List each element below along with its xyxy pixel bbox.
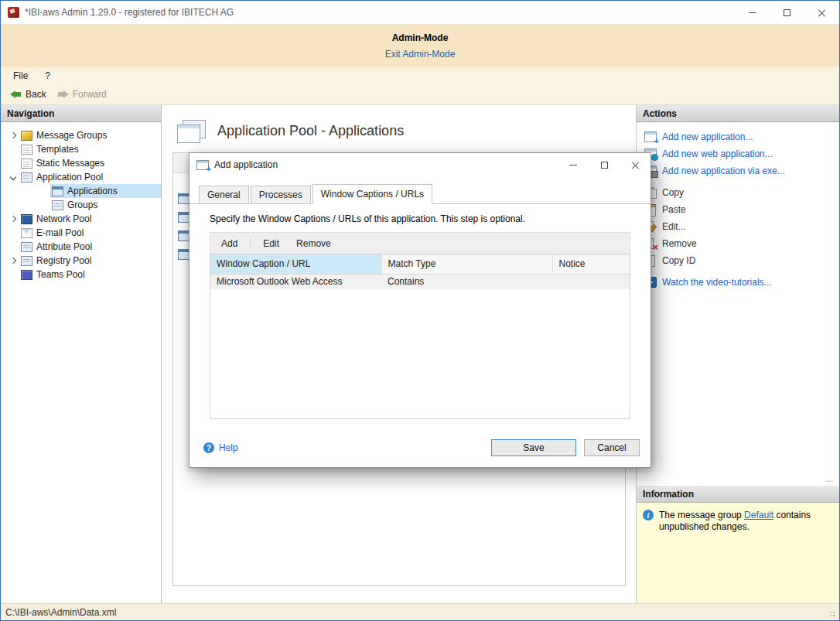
- table-row[interactable]: Microsoft Outlook Web Access Contains: [210, 274, 630, 289]
- tab-general[interactable]: General: [199, 186, 249, 203]
- close-button[interactable]: [804, 1, 839, 24]
- page-title: Application Pool - Applications: [217, 123, 404, 139]
- captions-edit-button[interactable]: Edit: [258, 237, 284, 251]
- nav-toolbar: Back Forward: [1, 84, 839, 105]
- information-panel: Information The message group Default co…: [637, 486, 839, 603]
- actions-list: Add new application... Add new web appli…: [637, 122, 839, 291]
- add-application-icon: [644, 131, 657, 142]
- nav-item-groups[interactable]: Groups: [1, 198, 161, 212]
- action-copy-id[interactable]: Copy ID: [637, 252, 839, 269]
- registry-pool-icon: [21, 256, 32, 266]
- maximize-button[interactable]: [770, 1, 804, 24]
- cell-window-caption: Microsoft Outlook Web Access: [210, 274, 381, 289]
- information-message: The message group Default contains unpub…: [659, 510, 833, 533]
- attribute-pool-icon: [21, 242, 32, 252]
- action-add-new-application-via-exe[interactable]: Add new application via exe...: [637, 162, 839, 179]
- nav-item-network-pool[interactable]: Network Pool: [1, 212, 161, 226]
- exit-admin-mode-link[interactable]: Exit Admin-Mode: [385, 49, 456, 60]
- default-group-link[interactable]: Default: [744, 510, 773, 520]
- nav-item-application-pool[interactable]: Application Pool: [1, 170, 161, 184]
- forward-button[interactable]: Forward: [57, 89, 107, 100]
- toolbar-separator: [250, 237, 251, 249]
- page-header: Application Pool - Applications: [162, 105, 636, 142]
- add-application-dialog-icon: [196, 160, 209, 170]
- add-application-dialog: Add application General Processes Window…: [189, 152, 651, 468]
- window-controls: [735, 1, 839, 24]
- static-messages-icon: [21, 159, 32, 169]
- column-header-notice[interactable]: Notice: [552, 254, 630, 274]
- captions-table: Window Caption / URL Match Type Notice M…: [210, 254, 630, 419]
- groups-icon: [52, 200, 63, 210]
- actions-panel: Actions Add new application... Add new w…: [637, 105, 839, 486]
- admin-mode-label: Admin-Mode: [1, 32, 839, 43]
- action-paste[interactable]: Paste: [637, 201, 839, 218]
- help-icon: [203, 442, 214, 453]
- actions-overflow: ...: [825, 473, 833, 484]
- dialog-minimize-button[interactable]: [558, 153, 589, 176]
- statusbar-path: C:\IBI-aws\Admin\Data.xml: [5, 607, 116, 618]
- window-title: *IBI-aws Admin 1.29.0 - registered for I…: [25, 7, 234, 18]
- save-button[interactable]: Save: [491, 439, 576, 456]
- captions-add-button[interactable]: Add: [217, 237, 242, 251]
- nav-item-registry-pool[interactable]: Registry Pool: [1, 254, 161, 268]
- maximize-icon: [784, 9, 790, 16]
- action-edit[interactable]: Edit...: [637, 218, 839, 235]
- chevron-right-icon[interactable]: [7, 133, 19, 138]
- captions-toolbar: Add Edit Remove: [210, 232, 630, 254]
- chevron-down-icon[interactable]: [7, 175, 19, 179]
- action-add-new-application[interactable]: Add new application...: [637, 128, 839, 145]
- nav-item-attribute-pool[interactable]: Attribute Pool: [1, 240, 161, 254]
- app-window: *IBI-aws Admin 1.29.0 - registered for I…: [0, 0, 840, 621]
- back-icon: [10, 90, 22, 99]
- action-add-new-web-application[interactable]: Add new web application...: [637, 145, 839, 162]
- email-pool-icon: [21, 228, 32, 238]
- chevron-right-icon[interactable]: [7, 217, 19, 221]
- minimize-button[interactable]: [735, 1, 770, 24]
- minimize-icon: [569, 165, 577, 165]
- dialog-title: Add application: [214, 159, 278, 170]
- resize-grip[interactable]: [825, 607, 836, 618]
- titlebar: *IBI-aws Admin 1.29.0 - registered for I…: [1, 1, 839, 24]
- app-icon: [8, 7, 19, 18]
- nav-item-teams-pool[interactable]: Teams Pool: [1, 268, 161, 281]
- nav-item-email-pool[interactable]: E-mail Pool: [1, 226, 161, 240]
- navigation-panel: Navigation Message Groups Templates Stat…: [1, 105, 162, 603]
- nav-item-message-groups[interactable]: Message Groups: [1, 128, 161, 142]
- dialog-maximize-button[interactable]: [589, 153, 620, 176]
- action-copy[interactable]: Copy: [637, 184, 839, 201]
- tab-processes[interactable]: Processes: [251, 186, 311, 203]
- menu-file[interactable]: File: [13, 70, 28, 81]
- nav-item-applications[interactable]: Applications: [1, 184, 161, 198]
- captions-remove-button[interactable]: Remove: [292, 237, 336, 251]
- tab-window-captions-urls[interactable]: Window Captions / URLs: [312, 184, 432, 204]
- nav-item-static-messages[interactable]: Static Messages: [1, 156, 161, 170]
- actions-panel-header: Actions: [637, 105, 839, 122]
- dialog-titlebar: Add application: [190, 153, 650, 176]
- chevron-right-icon[interactable]: [7, 258, 19, 263]
- statusbar: C:\IBI-aws\Admin\Data.xml: [1, 603, 839, 620]
- navigation-tree: Message Groups Templates Static Messages…: [1, 122, 161, 281]
- action-remove[interactable]: Remove: [637, 235, 839, 252]
- column-header-match-type[interactable]: Match Type: [381, 254, 552, 274]
- maximize-icon: [601, 162, 608, 169]
- back-button[interactable]: Back: [10, 89, 46, 100]
- dialog-tabs: General Processes Window Captions / URLs: [190, 184, 650, 204]
- cell-notice: [552, 274, 630, 289]
- menu-help[interactable]: ?: [45, 70, 50, 81]
- help-link[interactable]: Help: [203, 442, 238, 453]
- navigation-panel-header: Navigation: [1, 105, 161, 122]
- information-body: The message group Default contains unpub…: [637, 503, 839, 603]
- dialog-footer: Help Save Cancel: [190, 432, 650, 467]
- menubar: File ?: [1, 67, 839, 84]
- info-icon: [643, 510, 654, 520]
- applications-icon: [52, 186, 63, 196]
- information-panel-header: Information: [637, 486, 839, 503]
- dialog-close-button[interactable]: [620, 153, 650, 176]
- column-header-window-caption-url[interactable]: Window Caption / URL: [210, 254, 381, 274]
- dialog-body: Specify the Window Captions / URLs of th…: [190, 204, 650, 432]
- forward-icon: [57, 90, 69, 99]
- nav-item-templates[interactable]: Templates: [1, 142, 161, 156]
- cancel-button[interactable]: Cancel: [584, 439, 640, 456]
- action-watch-video-tutorials[interactable]: Watch the video-tutorials...: [637, 274, 839, 291]
- templates-icon: [21, 145, 32, 155]
